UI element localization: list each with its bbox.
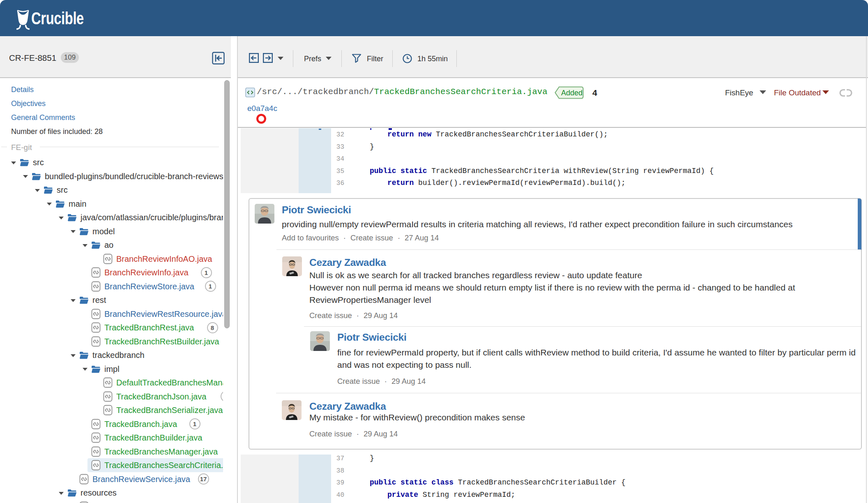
svg-text:Added: Added (561, 89, 583, 97)
